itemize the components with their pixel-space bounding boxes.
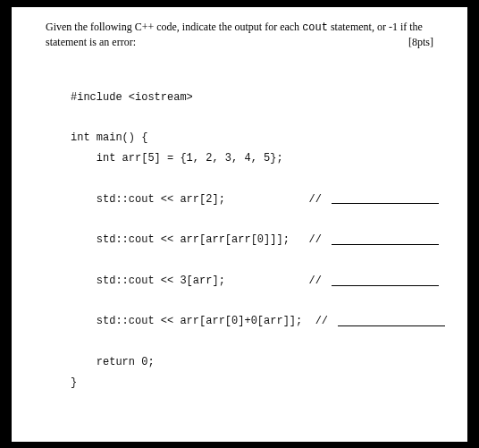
q1-inline-code: cout: [302, 21, 328, 34]
exam-page: Given the following C++ code, indicate t…: [12, 7, 467, 442]
code-line: std::cout << 3[arr]; //: [71, 275, 439, 287]
q1-text-pre: Given the following C++ code, indicate t…: [46, 21, 302, 33]
code-line: return 0;: [71, 356, 155, 368]
spacer: [46, 393, 433, 440]
code-line: #include <iostream>: [71, 91, 193, 104]
code-line: std::cout << arr[2]; //: [71, 193, 439, 206]
code-line: std::cout << arr[arr[arr[0]]]; //: [71, 233, 439, 246]
viewport: Given the following C++ code, indicate t…: [0, 0, 479, 448]
answer-blank[interactable]: [332, 194, 439, 205]
code-line: std::cout << arr[arr[0]+0[arr]]; //: [71, 315, 445, 327]
code-line: int arr[5] = {1, 2, 3, 4, 5};: [71, 152, 283, 165]
code-text: std::cout << arr[arr[arr[0]]]; //: [71, 233, 328, 246]
answer-blank[interactable]: [332, 275, 439, 286]
code-text: std::cout << arr[arr[0]+0[arr]]; //: [71, 315, 334, 327]
q2-text: Fill in the body of the C++ function bel…: [46, 441, 242, 442]
code-text: std::cout << 3[arr]; //: [71, 275, 328, 287]
answer-blank[interactable]: [332, 234, 439, 245]
code-line: }: [71, 376, 77, 389]
code-line: int main() {: [71, 131, 147, 144]
code-text: std::cout << arr[2]; //: [71, 193, 328, 206]
answer-blank[interactable]: [338, 316, 445, 326]
q2-allocate: allocate: [242, 441, 277, 442]
q1-code-block: #include <iostream> int main() { int arr…: [71, 67, 433, 393]
q2-prompt: Fill in the body of the C++ function bel…: [46, 440, 433, 442]
q1-points: [8pts]: [408, 35, 433, 49]
q1-prompt: Given the following C++ code, indicate t…: [46, 20, 433, 49]
